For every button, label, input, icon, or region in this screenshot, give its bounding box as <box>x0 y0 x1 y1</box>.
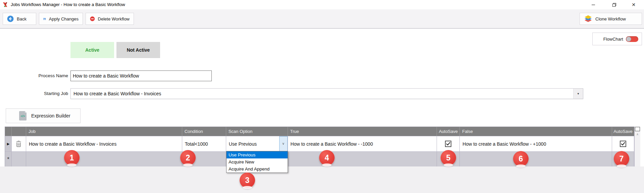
cell-false-job[interactable]: How to create a Basic Workflow - +1000 <box>460 136 612 151</box>
checkmark-icon <box>621 142 625 146</box>
current-row-marker: ▶ <box>7 142 10 146</box>
clone-workflow-label: Clone Workflow <box>595 16 626 21</box>
close-icon: ✕ <box>632 2 636 7</box>
delete-minus-icon <box>90 15 95 22</box>
annotation-badge-2: 2 <box>180 150 196 165</box>
annotation-badge-7: 7 <box>614 151 629 166</box>
new-row-delete-cell <box>12 152 26 167</box>
flowchart-toggle[interactable] <box>626 36 638 42</box>
app-logo-icon <box>3 2 8 7</box>
new-cell-false-job[interactable] <box>460 152 612 167</box>
new-cell-true-job[interactable] <box>288 152 437 167</box>
minimize-button[interactable] <box>586 0 601 9</box>
annotation-badge-1: 1 <box>64 150 80 165</box>
minimize-icon <box>591 3 595 7</box>
annotation-badge-3: 3 <box>240 173 255 188</box>
grid-header-row-selector <box>5 127 12 136</box>
autosave-true-checkbox[interactable] <box>445 141 451 147</box>
cell-scan-option[interactable]: Use Previous ˅ <box>226 136 288 151</box>
grid-header-row: Job Condition Scan Option True AutoSave … <box>5 127 634 136</box>
new-row-marker: * <box>7 158 9 161</box>
annotation-badge-5: 5 <box>441 150 456 165</box>
clone-workflow-button[interactable]: Clone Workflow <box>580 13 642 25</box>
back-label: Back <box>17 16 27 21</box>
background-panel <box>0 166 644 193</box>
scrollbar-thumb[interactable] <box>635 127 640 131</box>
code-document-icon: </> <box>19 111 27 121</box>
expression-builder-button[interactable]: </> Expression Builder <box>6 108 81 123</box>
toggle-knob-icon <box>626 37 631 42</box>
scan-option-dropdown: Use Previous Acquire New Acquire And App… <box>226 151 288 173</box>
grid-header-job[interactable]: Job <box>26 127 182 136</box>
apply-changes-label: Apply Changes <box>49 16 79 21</box>
toolbar: Back Apply Changes Delete Workflow <box>0 9 644 29</box>
restore-icon <box>612 3 616 7</box>
grid-header-condition[interactable]: Condition <box>182 127 226 136</box>
flowchart-label: FlowChart <box>603 37 623 42</box>
content-area: FlowChart Active Not Active Process Name… <box>0 29 644 193</box>
back-button[interactable]: Back <box>3 13 36 25</box>
scroll-up-icon[interactable]: ∧ <box>635 133 640 136</box>
trash-icon <box>16 141 21 147</box>
dropdown-option-acquire-new[interactable]: Acquire New <box>227 158 288 165</box>
checkmark-icon <box>446 142 450 146</box>
annotation-badge-6: 6 <box>513 151 529 166</box>
cell-true-job[interactable]: How to create a Basic Workflow - -1000 <box>288 136 437 151</box>
grid-header-scan-option[interactable]: Scan Option <box>226 127 288 136</box>
title-bar: Jobs Workflows Manager - How to create a… <box>0 0 644 9</box>
delete-row-button[interactable] <box>12 136 26 151</box>
delete-workflow-button[interactable]: Delete Workflow <box>86 13 134 25</box>
cell-autosave-true <box>437 136 460 151</box>
close-button[interactable]: ✕ <box>626 0 641 9</box>
grid-header-autosave-true[interactable]: AutoSave <box>437 127 460 136</box>
svg-text:</>: </> <box>20 114 25 118</box>
grid-header-autosave-false[interactable]: AutoSave <box>612 127 634 136</box>
starting-job-combobox[interactable]: How to create a Basic Workflow - Invoice… <box>70 88 583 99</box>
grid-header-delete <box>12 127 26 136</box>
grid-header-false[interactable]: False <box>460 127 612 136</box>
cell-job[interactable]: How to create a Basic Workflow - Invoice… <box>26 136 182 151</box>
back-arrow-icon <box>7 15 14 22</box>
window-title: Jobs Workflows Manager - How to create a… <box>11 0 125 9</box>
jobs-workflows-manager-window: Jobs Workflows Manager - How to create a… <box>0 0 644 193</box>
process-name-input[interactable] <box>70 70 212 81</box>
active-label: Active <box>85 47 99 53</box>
starting-job-value: How to create a Basic Workflow - Invoice… <box>71 91 573 96</box>
table-row: ▶ How to create a Basic Workflow - Invoi… <box>5 136 634 151</box>
scan-option-value: Use Previous <box>229 141 257 147</box>
grid-header-true[interactable]: True <box>288 127 437 136</box>
chevron-down-icon: ˅ <box>282 142 284 146</box>
row-selector-cell[interactable]: ▶ <box>5 136 12 151</box>
active-button[interactable]: Active <box>70 42 114 58</box>
save-icon <box>43 16 46 22</box>
new-row-selector-cell[interactable]: * <box>5 152 12 167</box>
autosave-false-checkbox[interactable] <box>620 141 626 147</box>
process-name-label: Process Name <box>18 73 68 78</box>
workflow-steps-grid: Job Condition Scan Option True AutoSave … <box>5 127 634 167</box>
annotation-badge-4: 4 <box>319 150 335 165</box>
dropdown-option-acquire-and-append[interactable]: Acquire And Append <box>227 165 288 173</box>
flowchart-toggle-box: FlowChart <box>592 33 642 45</box>
clone-layers-icon <box>584 15 592 22</box>
starting-job-dropdown-button[interactable]: ▼ <box>573 89 583 99</box>
restore-button[interactable] <box>606 0 622 9</box>
expression-builder-label: Expression Builder <box>31 113 70 118</box>
not-active-label: Not Active <box>127 47 150 53</box>
cell-condition[interactable]: Total<1000 <box>182 136 226 151</box>
cell-autosave-false <box>612 136 634 151</box>
not-active-button[interactable]: Not Active <box>116 42 160 58</box>
new-cell-job[interactable] <box>26 152 182 167</box>
dropdown-option-use-previous[interactable]: Use Previous <box>227 151 288 158</box>
apply-changes-button[interactable]: Apply Changes <box>39 13 83 25</box>
scan-option-dropdown-button[interactable]: ˅ <box>279 136 288 151</box>
starting-job-label: Starting Job <box>18 91 68 96</box>
chevron-down-icon: ▼ <box>577 92 580 95</box>
delete-workflow-label: Delete Workflow <box>98 16 130 21</box>
